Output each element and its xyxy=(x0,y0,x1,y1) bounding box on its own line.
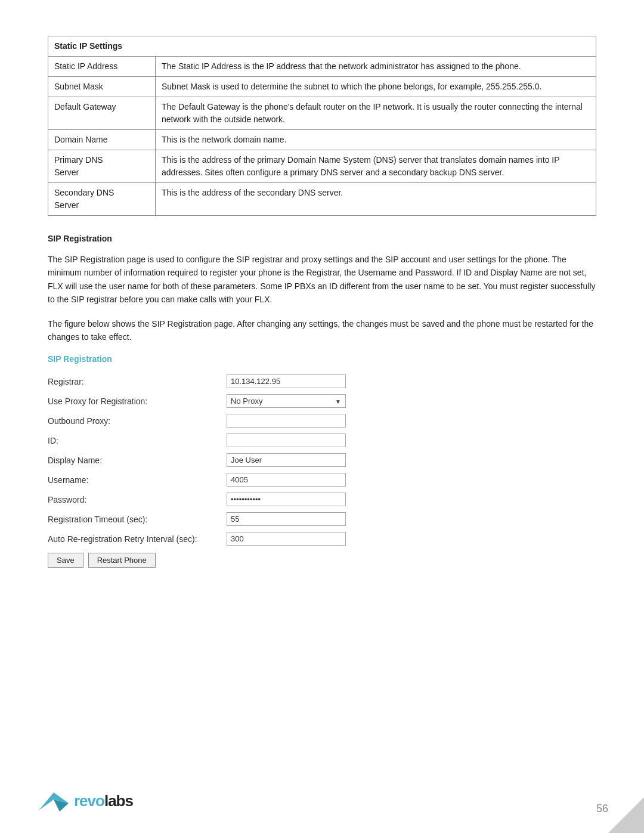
form-row: Username: xyxy=(48,473,596,487)
table-row-description: This is the network domain name. xyxy=(156,130,596,150)
table-row-label: Subnet Mask xyxy=(48,77,156,97)
table-row-label: Default Gateway xyxy=(48,97,156,130)
form-row: Use Proxy for Registration:No ProxyUse P… xyxy=(48,394,596,408)
svg-marker-1 xyxy=(54,800,69,812)
form-label-use-proxy: Use Proxy for Registration: xyxy=(48,397,227,406)
sip-paragraph-2: The figure below shows the SIP Registrat… xyxy=(48,317,596,344)
form-row: Outbound Proxy: xyxy=(48,414,596,428)
select-wrapper-use-proxy: No ProxyUse Proxy▼ xyxy=(227,394,346,408)
table-row-label: Primary DNS Server xyxy=(48,150,156,183)
input-username[interactable] xyxy=(227,473,346,487)
input-outbound-proxy[interactable] xyxy=(227,414,346,428)
input-display-name[interactable] xyxy=(227,453,346,467)
table-row-label: Domain Name xyxy=(48,130,156,150)
table-row-description: This is the address of the secondary DNS… xyxy=(156,183,596,216)
select-use-proxy[interactable]: No ProxyUse Proxy xyxy=(227,394,346,408)
table-row-description: The Static IP Address is the IP address … xyxy=(156,57,596,77)
form-row: Password: xyxy=(48,493,596,506)
sip-paragraph-1: The SIP Registration page is used to con… xyxy=(48,253,596,306)
form-row: Auto Re-registration Retry Interval (sec… xyxy=(48,532,596,546)
footer: revolabs xyxy=(0,786,644,815)
logo-labs: labs xyxy=(104,792,133,810)
input-password[interactable] xyxy=(227,493,346,506)
form-label-registrar: Registrar: xyxy=(48,377,227,386)
form-label-reg-timeout: Registration Timeout (sec): xyxy=(48,515,227,524)
table-row-description: This is the address of the primary Domai… xyxy=(156,150,596,183)
form-label-id: ID: xyxy=(48,436,227,445)
form-row: ID: xyxy=(48,433,596,447)
table-row-label: Secondary DNS Server xyxy=(48,183,156,216)
table-row-label: Static IP Address xyxy=(48,57,156,77)
table-header: Static IP Settings xyxy=(48,36,596,57)
sip-registration-heading: SIP Registration xyxy=(48,234,596,243)
sip-registration-form: SIP Registration Registrar:Use Proxy for… xyxy=(48,354,596,568)
form-label-auto-rereg: Auto Re-registration Retry Interval (sec… xyxy=(48,534,227,544)
page-number: 56 xyxy=(596,803,608,815)
input-auto-rereg[interactable] xyxy=(227,532,346,546)
svg-marker-0 xyxy=(39,792,69,810)
table-row-description: Subnet Mask is used to determine the sub… xyxy=(156,77,596,97)
form-row: Registration Timeout (sec): xyxy=(48,512,596,526)
corner-decoration xyxy=(608,797,644,833)
logo-revo: revo xyxy=(74,792,104,810)
logo: revolabs xyxy=(36,786,133,815)
form-row: Registrar: xyxy=(48,374,596,388)
static-ip-settings-table: Static IP Settings Static IP AddressThe … xyxy=(48,36,596,216)
input-reg-timeout[interactable] xyxy=(227,512,346,526)
form-label-password: Password: xyxy=(48,495,227,504)
save-button[interactable]: Save xyxy=(48,553,83,568)
form-label-username: Username: xyxy=(48,475,227,485)
form-button-row: Save Restart Phone xyxy=(48,553,596,568)
input-registrar[interactable] xyxy=(227,374,346,388)
input-id[interactable] xyxy=(227,433,346,447)
table-row-description: The Default Gateway is the phone's defau… xyxy=(156,97,596,130)
restart-phone-button[interactable]: Restart Phone xyxy=(88,553,156,568)
sip-form-title: SIP Registration xyxy=(48,354,596,364)
revolabs-logo-icon xyxy=(36,786,72,815)
form-label-outbound-proxy: Outbound Proxy: xyxy=(48,416,227,426)
form-row: Display Name: xyxy=(48,453,596,467)
form-label-display-name: Display Name: xyxy=(48,456,227,465)
